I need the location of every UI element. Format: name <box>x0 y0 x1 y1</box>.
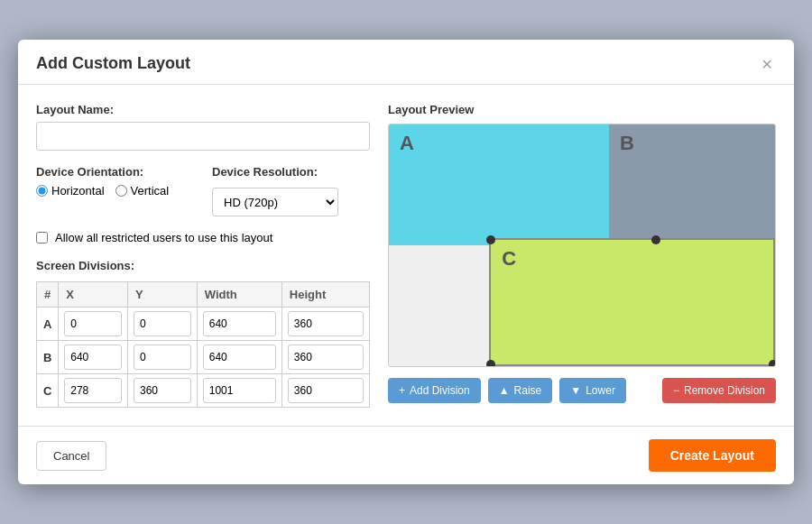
row-a-height-input[interactable] <box>288 311 364 336</box>
restricted-users-checkbox[interactable] <box>36 232 48 244</box>
col-header-y: Y <box>127 282 197 308</box>
row-a-y-input[interactable] <box>134 311 191 336</box>
row-b-x-cell <box>59 341 128 374</box>
row-a-label: A <box>37 308 59 341</box>
divisions-table: # X Y Width Height A <box>36 281 370 408</box>
checkbox-row: Allow all restricted users to use this l… <box>36 231 370 244</box>
row-a-x-input[interactable] <box>64 311 122 336</box>
table-row: C <box>37 374 370 408</box>
table-body: A B <box>37 308 370 408</box>
row-a-y-cell <box>127 308 197 341</box>
horizontal-radio[interactable] <box>36 185 48 197</box>
modal-dialog: Add Custom Layout × Layout Name: Device … <box>18 40 794 484</box>
down-icon: ▼ <box>570 384 581 397</box>
resize-handle-bl[interactable] <box>486 360 495 367</box>
vertical-radio[interactable] <box>115 185 127 197</box>
add-division-button[interactable]: + Add Division <box>388 378 481 403</box>
cancel-button[interactable]: Cancel <box>36 441 106 471</box>
row-b-y-cell <box>127 341 197 374</box>
row-c-width-cell <box>197 374 281 408</box>
close-button[interactable]: × <box>758 55 776 73</box>
add-division-label: Add Division <box>410 384 470 397</box>
col-header-width: Width <box>197 282 281 308</box>
row-a-width-cell <box>197 308 281 341</box>
right-panel: Layout Preview A B C <box>388 103 776 408</box>
row-b-height-input[interactable] <box>288 345 364 370</box>
up-icon: ▲ <box>499 384 510 397</box>
row-b-width-input[interactable] <box>203 345 276 370</box>
preview-division-a-label: A <box>400 132 414 155</box>
table-header-row: # X Y Width Height <box>37 282 370 308</box>
resolution-group: Device Resolution: HD (720p) Full HD (10… <box>212 165 370 216</box>
checkbox-label: Allow all restricted users to use this l… <box>55 231 272 244</box>
row-c-label: C <box>37 374 59 408</box>
plus-icon: + <box>399 384 405 397</box>
row-b-height-cell <box>281 341 369 374</box>
preview-division-c: C <box>489 238 775 366</box>
orientation-resolution-row: Device Orientation: Horizontal Vertical <box>36 165 370 216</box>
row-a-width-input[interactable] <box>203 311 276 336</box>
row-c-height-input[interactable] <box>288 378 364 403</box>
row-b-x-input[interactable] <box>64 345 122 370</box>
col-header-x: X <box>59 282 128 308</box>
row-c-height-cell <box>281 374 369 408</box>
vertical-label: Vertical <box>131 184 170 198</box>
row-b-label: B <box>37 341 59 374</box>
table-row: B <box>37 341 370 374</box>
resize-handle-tl[interactable] <box>486 235 495 244</box>
row-c-x-input[interactable] <box>64 378 122 403</box>
row-c-x-cell <box>59 374 128 408</box>
horizontal-label: Horizontal <box>51 184 105 198</box>
modal-header: Add Custom Layout × <box>18 40 794 85</box>
resolution-select[interactable]: HD (720p) Full HD (1080p) 4K (2160p) <box>212 188 338 216</box>
row-c-y-input[interactable] <box>134 378 191 403</box>
lower-label: Lower <box>586 384 615 397</box>
screen-divisions-label: Screen Divisions: <box>36 259 370 272</box>
modal-title: Add Custom Layout <box>36 54 190 73</box>
preview-division-a: A <box>389 124 609 245</box>
orientation-label: Device Orientation: <box>36 165 194 179</box>
remove-division-label: Remove Division <box>684 384 765 397</box>
resize-handle-br[interactable] <box>769 360 776 367</box>
create-layout-button[interactable]: Create Layout <box>649 439 776 472</box>
layout-name-group: Layout Name: <box>36 103 370 151</box>
remove-division-button[interactable]: − Remove Division <box>662 378 776 403</box>
table-header: # X Y Width Height <box>37 282 370 308</box>
raise-label: Raise <box>514 384 542 397</box>
orientation-options: Horizontal Vertical <box>36 184 194 198</box>
col-header-height: Height <box>281 282 369 308</box>
preview-area: A B C <box>388 124 776 367</box>
horizontal-option[interactable]: Horizontal <box>36 184 105 198</box>
col-header-hash: # <box>37 282 59 308</box>
lower-button[interactable]: ▼ Lower <box>559 378 626 403</box>
layout-name-label: Layout Name: <box>36 103 370 116</box>
left-panel: Layout Name: Device Orientation: Horizon… <box>36 103 370 408</box>
row-a-height-cell <box>281 308 369 341</box>
resize-handle-tm[interactable] <box>651 235 660 244</box>
layout-name-input[interactable] <box>36 122 370 151</box>
row-c-width-input[interactable] <box>203 378 276 403</box>
row-b-width-cell <box>197 341 281 374</box>
modal-footer: Cancel Create Layout <box>18 426 794 484</box>
raise-button[interactable]: ▲ Raise <box>488 378 553 403</box>
modal-body: Layout Name: Device Orientation: Horizon… <box>18 85 794 426</box>
preview-division-c-label: C <box>502 247 516 271</box>
preview-division-b: B <box>609 124 775 245</box>
preview-division-b-label: B <box>620 132 634 155</box>
row-b-y-input[interactable] <box>134 345 191 370</box>
resolution-label: Device Resolution: <box>212 165 370 179</box>
row-c-y-cell <box>127 374 197 408</box>
minus-icon: − <box>673 384 679 397</box>
orientation-group: Device Orientation: Horizontal Vertical <box>36 165 194 198</box>
overlay: Add Custom Layout × Layout Name: Device … <box>0 0 812 524</box>
table-row: A <box>37 308 370 341</box>
vertical-option[interactable]: Vertical <box>115 184 170 198</box>
row-a-x-cell <box>59 308 128 341</box>
division-action-buttons: + Add Division ▲ Raise ▼ Lower − Remove … <box>388 378 776 403</box>
preview-label: Layout Preview <box>388 103 776 116</box>
